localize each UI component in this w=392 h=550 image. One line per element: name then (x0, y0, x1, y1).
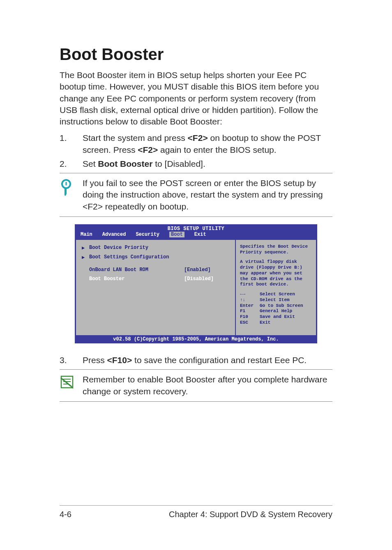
intro-paragraph: The Boot Booster item in BIOS setup help… (60, 69, 332, 128)
chapter-label: Chapter 4: Support DVD & System Recovery (169, 510, 332, 519)
bios-help-text: Specifies the Boot Device Priority seque… (240, 244, 312, 255)
step-text: Press <F10> to save the configuration an… (83, 354, 332, 366)
step-text: Start the system and press <F2> on bootu… (83, 132, 332, 156)
step-number: 2. (60, 158, 83, 170)
bios-item: OnBoard LAN Boot ROM (89, 267, 184, 273)
bios-footer: v02.58 (C)Copyright 1985-2005, American … (75, 335, 317, 343)
steps-list: 1. Start the system and press <F2> on bo… (60, 132, 332, 170)
step-1: 1. Start the system and press <F2> on bo… (60, 132, 332, 156)
page-number: 4-6 (60, 510, 71, 519)
bios-help-text: A virtual floppy disk drive (Floppy Driv… (240, 259, 312, 288)
bios-value: [Disabled] (184, 276, 229, 282)
triangle-icon: ▶ (82, 254, 89, 260)
note-box-reminder: Remember to enable Boot Booster after yo… (60, 369, 332, 402)
bios-tab-boot: Boot (169, 232, 184, 237)
steps-list-cont: 3. Press <F10> to save the configuration… (60, 354, 332, 366)
triangle-icon: ▶ (82, 245, 89, 251)
step-2: 2. Set Boot Booster to [Disabled]. (60, 158, 332, 170)
step-number: 1. (60, 132, 83, 156)
step-3: 3. Press <F10> to save the configuration… (60, 354, 332, 366)
bios-item: Boot Settings Configuration (89, 254, 229, 260)
page-title: Boot Booster (60, 45, 332, 64)
bios-left-panel: ▶Boot Device Priority ▶Boot Settings Con… (76, 240, 236, 335)
bios-item: Boot Device Priority (89, 245, 229, 251)
note-text: Remember to enable Boot Booster after yo… (83, 374, 332, 397)
bios-tab-advanced: Advanced (102, 232, 126, 237)
bios-screenshot: BIOS SETUP UTILITY Main Advanced Securit… (75, 224, 317, 343)
note-text: If you fail to see the POST screen or en… (83, 177, 332, 212)
bios-help-panel: Specifies the Boot Device Priority seque… (236, 240, 316, 335)
bios-tab-exit: Exit (194, 232, 206, 237)
bios-tab-main: Main (81, 232, 92, 237)
magnifier-icon (60, 177, 83, 196)
bios-value: [Enabled] (184, 267, 229, 273)
bios-tab-security: Security (136, 232, 159, 237)
notepad-icon (60, 374, 83, 389)
bios-item-selected: Boot Booster (89, 276, 184, 282)
step-text: Set Boot Booster to [Disabled]. (83, 158, 332, 170)
page-footer: 4-6 Chapter 4: Support DVD & System Reco… (60, 505, 332, 519)
bios-tabs: Main Advanced Security Boot Exit (81, 232, 311, 237)
note-box-tip: If you fail to see the POST screen or en… (60, 173, 332, 217)
bios-header: BIOS SETUP UTILITY Main Advanced Securit… (75, 224, 317, 240)
bios-title: BIOS SETUP UTILITY (81, 226, 311, 232)
step-number: 3. (60, 354, 83, 366)
